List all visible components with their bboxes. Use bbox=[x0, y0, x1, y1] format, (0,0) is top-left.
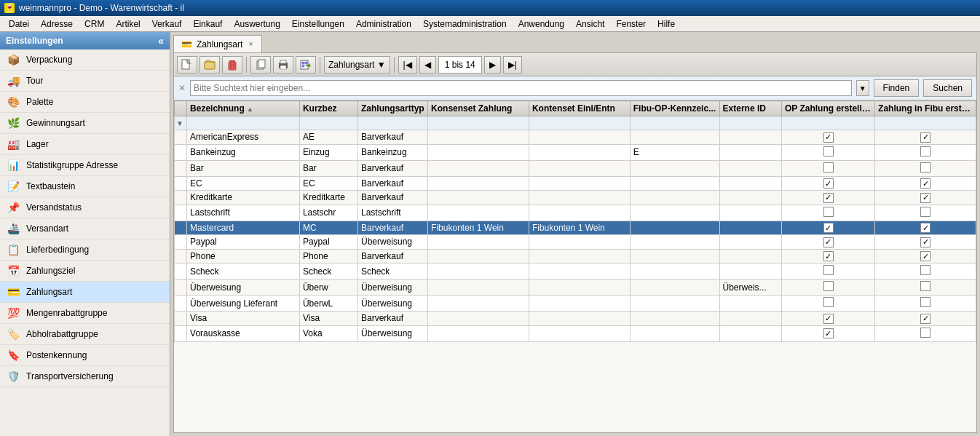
zahlung-fibu-cell[interactable] bbox=[875, 280, 976, 296]
sidebar-item-gewinnungsart[interactable]: 🌿Gewinnungsart bbox=[0, 113, 170, 134]
zahlung-fibu-cell[interactable] bbox=[875, 176, 976, 191]
zahlung-fibu-checkbox[interactable] bbox=[920, 265, 930, 275]
nav-first-button[interactable]: |◀ bbox=[398, 56, 417, 74]
open-button[interactable] bbox=[199, 56, 220, 74]
sidebar-item-abholrabattgruppe[interactable]: 🏷️Abholrabattgruppe bbox=[0, 324, 170, 345]
zahlung-fibu-checkbox[interactable] bbox=[920, 328, 930, 338]
table-row[interactable]: ÜberweisungÜberwÜberweisungÜberweis... bbox=[175, 280, 976, 296]
tab-zahlungsart[interactable]: 💳 Zahlungsart × bbox=[173, 35, 262, 52]
search-dropdown-button[interactable]: ▼ bbox=[856, 80, 869, 96]
zahlung-fibu-cell[interactable] bbox=[875, 205, 976, 221]
menu-item-ansicht[interactable]: Ansicht bbox=[570, 17, 610, 31]
op-zahlung-checkbox[interactable] bbox=[823, 207, 834, 217]
op-zahlung-cell[interactable] bbox=[781, 249, 874, 263]
table-row[interactable]: LastschriftLastschrLastschrift bbox=[175, 205, 976, 221]
export-button[interactable] bbox=[296, 56, 316, 74]
zahlung-fibu-checkbox[interactable] bbox=[920, 281, 930, 291]
zahlung-fibu-checkbox[interactable] bbox=[920, 146, 930, 156]
table-row[interactable]: ECECBarverkauf bbox=[175, 176, 976, 191]
nav-next-button[interactable]: ▶ bbox=[484, 56, 501, 74]
table-row[interactable]: KreditkarteKreditkarteBarverkauf bbox=[175, 191, 976, 205]
menu-item-adresse[interactable]: Adresse bbox=[35, 17, 79, 31]
menu-item-auswertung[interactable]: Auswertung bbox=[228, 17, 285, 31]
sidebar-item-versandart[interactable]: 🚢Versandart bbox=[0, 218, 170, 239]
search-input[interactable] bbox=[190, 80, 852, 96]
table-row[interactable]: BarBarBarverkauf bbox=[175, 160, 976, 176]
sidebar-item-zahlungsart[interactable]: 💳Zahlungsart bbox=[0, 282, 170, 303]
op-zahlung-cell[interactable] bbox=[781, 263, 874, 280]
op-zahlung-cell[interactable] bbox=[781, 191, 874, 205]
sidebar-item-transportversicherung[interactable]: 🛡️Transportversicherung bbox=[0, 366, 170, 387]
zahlungsart-dropdown[interactable]: Zahlungsart ▼ bbox=[324, 56, 390, 74]
op-zahlung-cell[interactable] bbox=[781, 205, 874, 221]
table-row[interactable]: Überweisung LieferantÜberwLÜberweisung bbox=[175, 296, 976, 312]
sidebar-item-lager[interactable]: 🏭Lager bbox=[0, 134, 170, 155]
zahlung-fibu-cell[interactable] bbox=[875, 325, 976, 341]
menu-item-einkauf[interactable]: Einkauf bbox=[187, 17, 228, 31]
op-zahlung-cell[interactable] bbox=[781, 312, 874, 326]
op-zahlung-cell[interactable] bbox=[781, 144, 874, 160]
menu-item-verkauf[interactable]: Verkauf bbox=[146, 17, 188, 31]
zahlung-fibu-checkbox[interactable] bbox=[920, 237, 930, 247]
table-row[interactable]: VorauskasseVokaÜberweisung bbox=[175, 325, 976, 341]
op-zahlung-checkbox[interactable] bbox=[823, 162, 834, 173]
sidebar-item-postenkennung[interactable]: 🔖Postenkennung bbox=[0, 345, 170, 366]
menu-item-anwendung[interactable]: Anwendung bbox=[513, 17, 570, 31]
sidebar-item-verpackung[interactable]: 📦Verpackung bbox=[0, 49, 170, 71]
op-zahlung-cell[interactable] bbox=[781, 130, 874, 145]
sidebar-item-mengenrabattgruppe[interactable]: 💯Mengenrabattgruppe bbox=[0, 303, 170, 324]
table-row[interactable]: BankeinzugEinzugBankeinzugE bbox=[175, 144, 976, 160]
menu-item-artikel[interactable]: Artikel bbox=[110, 17, 146, 31]
op-zahlung-cell[interactable] bbox=[781, 325, 874, 341]
col-header-bezeichnung[interactable]: Bezeichnung ▲ bbox=[187, 101, 300, 116]
zahlung-fibu-checkbox[interactable] bbox=[920, 251, 930, 261]
zahlung-fibu-cell[interactable] bbox=[875, 221, 976, 235]
op-zahlung-cell[interactable] bbox=[781, 160, 874, 176]
menu-item-systemadministration[interactable]: Systemadministration bbox=[417, 17, 513, 31]
delete-button[interactable] bbox=[222, 56, 242, 74]
zahlung-fibu-checkbox[interactable] bbox=[920, 162, 930, 173]
op-zahlung-checkbox[interactable] bbox=[823, 132, 834, 143]
op-zahlung-cell[interactable] bbox=[781, 296, 874, 312]
finden-button[interactable]: Finden bbox=[874, 79, 920, 97]
zahlung-fibu-cell[interactable] bbox=[875, 130, 976, 145]
zahlung-fibu-cell[interactable] bbox=[875, 296, 976, 312]
zahlung-fibu-checkbox[interactable] bbox=[920, 178, 930, 189]
nav-last-button[interactable]: ▶| bbox=[503, 56, 522, 74]
zahlung-fibu-cell[interactable] bbox=[875, 160, 976, 176]
suchen-button[interactable]: Suchen bbox=[923, 79, 972, 97]
table-row[interactable]: ▶MastercardMCBarverkaufFibukonten 1 Wein… bbox=[175, 221, 976, 235]
op-zahlung-checkbox[interactable] bbox=[823, 328, 834, 338]
table-row[interactable]: PhonePhoneBarverkauf bbox=[175, 249, 976, 263]
table-row[interactable]: AmericanExpressAEBarverkauf bbox=[175, 130, 976, 145]
new-button[interactable] bbox=[177, 56, 197, 74]
zahlung-fibu-cell[interactable] bbox=[875, 144, 976, 160]
op-zahlung-cell[interactable] bbox=[781, 221, 874, 235]
copy-button[interactable] bbox=[250, 56, 271, 74]
op-zahlung-checkbox[interactable] bbox=[823, 297, 834, 307]
menu-item-fenster[interactable]: Fenster bbox=[610, 17, 652, 31]
table-row[interactable]: ScheckScheckScheck bbox=[175, 263, 976, 280]
menu-item-datei[interactable]: Datei bbox=[3, 17, 35, 31]
table-row[interactable]: PaypalPaypalÜberweisung bbox=[175, 235, 976, 250]
sidebar-item-statistikgruppe[interactable]: 📊Statistikgruppe Adresse bbox=[0, 155, 170, 176]
menu-item-administration[interactable]: Administration bbox=[350, 17, 417, 31]
sidebar-item-versandstatus[interactable]: 📌Versandstatus bbox=[0, 197, 170, 218]
op-zahlung-checkbox[interactable] bbox=[823, 314, 834, 324]
tab-close-button[interactable]: × bbox=[247, 40, 254, 48]
search-clear-button[interactable]: ✕ bbox=[178, 83, 186, 93]
zahlung-fibu-checkbox[interactable] bbox=[920, 314, 930, 324]
menu-item-crm[interactable]: CRM bbox=[79, 17, 110, 31]
op-zahlung-checkbox[interactable] bbox=[823, 265, 834, 275]
zahlung-fibu-cell[interactable] bbox=[875, 249, 976, 263]
sidebar-collapse-icon[interactable]: « bbox=[158, 35, 164, 47]
zahlung-fibu-cell[interactable] bbox=[875, 312, 976, 326]
op-zahlung-checkbox[interactable] bbox=[823, 146, 834, 156]
sidebar-item-palette[interactable]: 🎨Palette bbox=[0, 92, 170, 113]
table-row[interactable]: VisaVisaBarverkauf bbox=[175, 312, 976, 326]
op-zahlung-checkbox[interactable] bbox=[823, 251, 834, 261]
op-zahlung-cell[interactable] bbox=[781, 280, 874, 296]
op-zahlung-checkbox[interactable] bbox=[823, 237, 834, 247]
sidebar-item-lieferbedingung[interactable]: 📋Lieferbedingung bbox=[0, 239, 170, 261]
sidebar-item-zahlungsziel[interactable]: 📅Zahlungsziel bbox=[0, 261, 170, 282]
